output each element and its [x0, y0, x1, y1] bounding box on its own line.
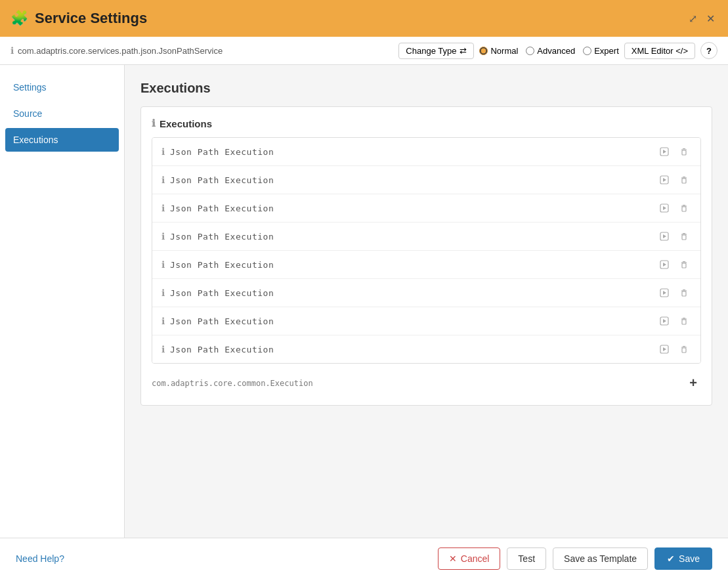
- execution-delete-button[interactable]: [677, 343, 691, 355]
- execution-info-icon: ℹ: [161, 316, 165, 326]
- execution-play-button[interactable]: [657, 174, 672, 186]
- test-button[interactable]: Test: [507, 547, 546, 570]
- subheader: ℹ com.adaptris.core.services.path.json.J…: [0, 37, 728, 65]
- svg-rect-7: [682, 179, 686, 183]
- execution-delete-button[interactable]: [677, 202, 691, 214]
- swap-icon: ⇄: [460, 46, 467, 56]
- save-template-label: Save as Template: [564, 553, 637, 564]
- execution-play-button[interactable]: [657, 287, 672, 299]
- cancel-x-icon: ✕: [449, 553, 457, 564]
- change-type-button[interactable]: Change Type ⇄: [398, 43, 474, 59]
- execution-label: Json Path Execution: [170, 232, 274, 242]
- execution-row-left: ℹ Json Path Execution: [161, 259, 274, 270]
- save-button[interactable]: ✔ Save: [654, 547, 712, 570]
- xml-editor-button[interactable]: XML Editor </>: [624, 43, 695, 59]
- info-icon: ℹ: [11, 45, 14, 56]
- execution-row-left: ℹ Json Path Execution: [161, 175, 274, 185]
- bottom-bar: Need Help? ✕ Cancel Test Save as Templat…: [0, 538, 728, 579]
- execution-row-left: ℹ Json Path Execution: [161, 231, 274, 242]
- execution-actions: [657, 202, 691, 214]
- play-icon: [660, 345, 669, 354]
- execution-delete-button[interactable]: [677, 174, 691, 186]
- execution-row: ℹ Json Path Execution: [152, 251, 700, 279]
- sidebar-executions-label: Executions: [13, 135, 58, 145]
- execution-label: Json Path Execution: [170, 345, 274, 354]
- close-button[interactable]: ✕: [704, 11, 717, 26]
- minimize-button[interactable]: ⤢: [686, 11, 700, 26]
- save-label: Save: [679, 553, 700, 564]
- execution-play-button[interactable]: [657, 202, 672, 214]
- radio-expert[interactable]: [583, 47, 591, 55]
- save-check-icon: ✔: [667, 553, 675, 564]
- execution-list: ℹ Json Path Execution: [152, 137, 701, 364]
- play-icon: [660, 147, 669, 156]
- execution-delete-button[interactable]: [677, 315, 691, 327]
- execution-actions: [657, 146, 691, 158]
- execution-label: Json Path Execution: [170, 204, 274, 213]
- trash-icon: [679, 260, 689, 269]
- execution-play-button[interactable]: [657, 315, 672, 327]
- trash-icon: [679, 345, 689, 354]
- need-help-link[interactable]: Need Help?: [16, 553, 64, 564]
- mode-expert-label: Expert: [594, 46, 619, 56]
- execution-play-button[interactable]: [657, 343, 672, 355]
- radio-advanced[interactable]: [526, 47, 534, 55]
- change-type-label: Change Type: [406, 46, 456, 56]
- execution-label: Json Path Execution: [170, 175, 274, 185]
- main-content: Settings Source Executions Executions ℹ …: [0, 65, 728, 538]
- header-left: 🧩 Service Settings: [11, 10, 147, 27]
- sidebar-item-source[interactable]: Source: [0, 102, 124, 125]
- cancel-label: Cancel: [461, 553, 490, 564]
- execution-actions: [657, 230, 691, 242]
- execution-row-left: ℹ Json Path Execution: [161, 316, 274, 326]
- mode-expert[interactable]: Expert: [583, 46, 619, 56]
- execution-actions: [657, 343, 691, 355]
- radio-normal[interactable]: [479, 47, 488, 55]
- execution-play-button[interactable]: [657, 146, 672, 158]
- content-area: Executions ℹ Executions ℹ Json Path Exec…: [125, 65, 728, 538]
- execution-row: ℹ Json Path Execution: [152, 279, 700, 307]
- trash-icon: [679, 204, 689, 213]
- execution-row: ℹ Json Path Execution: [152, 335, 700, 363]
- sidebar-item-settings[interactable]: Settings: [0, 75, 124, 99]
- mode-normal[interactable]: Normal: [479, 46, 518, 56]
- svg-rect-27: [682, 291, 686, 296]
- execution-actions: [657, 259, 691, 270]
- svg-rect-2: [682, 150, 686, 155]
- mode-advanced[interactable]: Advanced: [526, 46, 575, 56]
- play-icon: [660, 204, 669, 213]
- svg-marker-26: [663, 291, 666, 295]
- execution-row: ℹ Json Path Execution: [152, 194, 700, 223]
- trash-icon: [679, 232, 689, 241]
- execution-row-left: ℹ Json Path Execution: [161, 146, 274, 157]
- execution-footer: com.adaptris.core.common.Execution +: [152, 372, 701, 395]
- execution-row: ℹ Json Path Execution: [152, 223, 700, 251]
- execution-delete-button[interactable]: [677, 146, 691, 158]
- play-icon: [660, 232, 669, 241]
- page-title: Service Settings: [35, 10, 147, 27]
- sidebar-item-executions[interactable]: Executions: [5, 128, 119, 152]
- execution-row-left: ℹ Json Path Execution: [161, 344, 274, 354]
- mode-advanced-label: Advanced: [537, 46, 575, 56]
- help-button[interactable]: ?: [700, 42, 717, 59]
- execution-delete-button[interactable]: [677, 259, 691, 270]
- add-execution-button[interactable]: +: [685, 374, 701, 392]
- svg-marker-36: [663, 347, 666, 351]
- svg-rect-32: [682, 320, 686, 324]
- cancel-button[interactable]: ✕ Cancel: [438, 547, 501, 570]
- svg-marker-21: [663, 263, 666, 267]
- mode-radio-group: Normal Advanced Expert: [479, 46, 618, 56]
- svg-rect-17: [682, 235, 686, 240]
- save-template-button[interactable]: Save as Template: [553, 547, 648, 570]
- execution-actions: [657, 315, 691, 327]
- trash-icon: [679, 147, 689, 156]
- execution-play-button[interactable]: [657, 230, 672, 242]
- execution-delete-button[interactable]: [677, 287, 691, 299]
- execution-label: Json Path Execution: [170, 288, 274, 298]
- svg-marker-16: [663, 234, 666, 238]
- execution-play-button[interactable]: [657, 259, 672, 270]
- execution-info-icon: ℹ: [161, 146, 165, 157]
- execution-delete-button[interactable]: [677, 230, 691, 242]
- execution-label: Json Path Execution: [170, 147, 274, 157]
- execution-type-label: com.adaptris.core.common.Execution: [152, 379, 313, 388]
